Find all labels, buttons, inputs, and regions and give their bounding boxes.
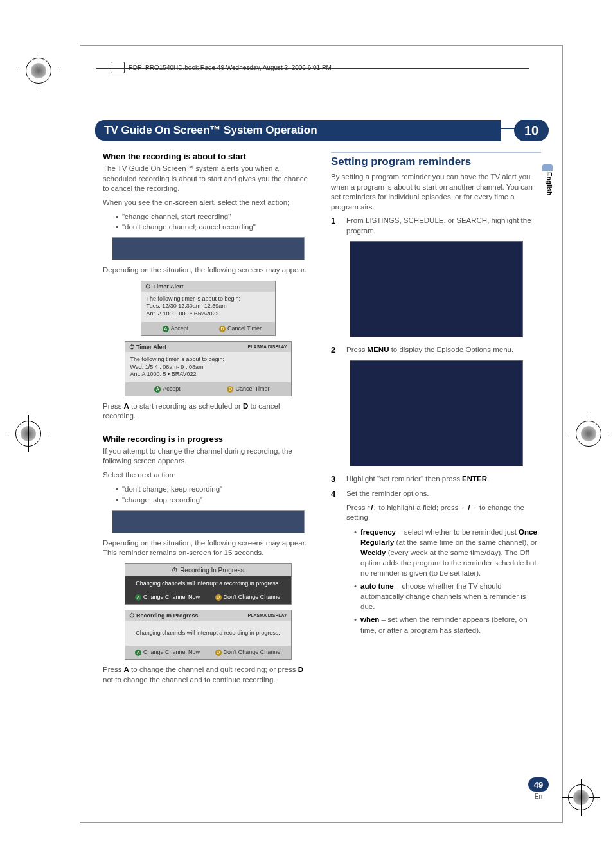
page-footer: 49 En: [528, 777, 549, 800]
dialog-body: The following timer is about to begin: W…: [125, 352, 291, 382]
paragraph: When you see the on-screen alert, select…: [103, 198, 313, 208]
registration-mark: [568, 784, 594, 810]
dialog-title: ⏱ Recording In Progress: [125, 564, 291, 576]
option-frequency: frequency – select whether to be reminde…: [354, 527, 541, 578]
bullet: "don't change; keep recording": [116, 484, 313, 494]
step-3: 3 Highlight "set reminder" then press EN…: [331, 474, 541, 484]
screenshot-listings: [350, 241, 523, 337]
dialog-buttons: Change Channel Now Don't Change Channel: [125, 590, 291, 604]
step-text: Highlight "set reminder" then press ENTE…: [346, 474, 541, 484]
left-column: When the recording is about to start The…: [103, 152, 313, 689]
chapter-header: TV Guide On Screen™ System Operation 10: [95, 120, 549, 141]
step-number: 1: [331, 216, 340, 236]
dialog-title: ⏱ Timer Alert PLASMA DISPLAY: [125, 342, 291, 352]
chapter-number: 10: [514, 120, 549, 141]
section-heading: While recording is in progress: [103, 434, 313, 444]
dialog-body: The following timer is about to begin: T…: [141, 292, 275, 322]
paragraph: Press A to start recording as scheduled …: [103, 402, 313, 421]
dialog-recording-progress-plasma: ⏱ Recording In Progress PLASMA DISPLAY C…: [125, 610, 292, 660]
step-number: 3: [331, 474, 340, 484]
registration-mark: [15, 421, 41, 447]
dialog-recording-progress: ⏱ Recording In Progress Changing channel…: [125, 563, 292, 605]
dialog-buttons: Change Channel Now Don't Change Channel: [125, 646, 291, 659]
page-number: 49: [528, 777, 549, 792]
step-2: 2 Press MENU to display the Episode Opti…: [331, 345, 541, 355]
dialog-timer-alert-plasma: ⏱ Timer Alert PLASMA DISPLAY The followi…: [125, 341, 292, 396]
arrow-leftright-icon: ←/→: [461, 504, 477, 511]
cancel-timer-button: Cancel Timer: [208, 384, 289, 394]
page-meta: PDP_PRO1540HD.book Page 49 Wednesday, Au…: [111, 62, 332, 73]
step-text: Set the reminder options. Press ↑/↓ to h…: [346, 489, 541, 637]
bullet: "don't change channel; cancel recording": [116, 222, 313, 232]
page-meta-text: PDP_PRO1540HD.book Page 49 Wednesday, Au…: [129, 64, 332, 71]
page-language: En: [528, 793, 549, 800]
dialog-timer-alert: ⏱ Timer Alert The following timer is abo…: [141, 281, 276, 336]
dialog-message: Changing channels will interrupt a recor…: [125, 621, 291, 646]
screenshot-recording-starting: [112, 237, 305, 260]
option-list: frequency – select whether to be reminde…: [354, 527, 541, 635]
dialog-title: ⏱ Recording In Progress PLASMA DISPLAY: [125, 610, 291, 621]
section-heading: Setting program reminders: [331, 155, 541, 168]
paragraph: The TV Guide On Screen™ system alerts yo…: [103, 164, 313, 194]
accept-button: Accept: [143, 324, 208, 333]
dont-change-button: Don't Change Channel: [208, 648, 289, 657]
step-text: From LISTINGS, SCHEDULE, or SEARCH, high…: [346, 216, 541, 236]
paragraph: Press A to change the channel and quit r…: [103, 665, 313, 685]
step-4: 4 Set the reminder options. Press ↑/↓ to…: [331, 489, 541, 637]
paragraph: Depending on the situation, the followin…: [103, 265, 313, 276]
right-column: Setting program reminders By setting a p…: [331, 152, 541, 689]
dialog-buttons: Accept Cancel Timer: [125, 382, 291, 396]
step-number: 2: [331, 345, 340, 355]
language-tab: English: [544, 172, 553, 195]
dialog-title: ⏱ Timer Alert: [141, 281, 275, 292]
screenshot-recording-in-progress: [112, 510, 305, 533]
bullet-list: "don't change; keep recording" "change; …: [116, 484, 313, 504]
section-rule: [331, 152, 541, 153]
change-channel-button: Change Channel Now: [127, 648, 208, 657]
paragraph: If you attempt to change the channel dur…: [103, 447, 313, 466]
option-auto-tune: auto tune – choose whether the TV should…: [354, 581, 541, 612]
paragraph: By setting a program reminder you can ha…: [331, 172, 541, 212]
bullet: "change channel, start recording": [116, 211, 313, 222]
arrow-updown-icon: ↑/↓: [368, 504, 377, 511]
bullet-list: "change channel, start recording" "don't…: [116, 211, 313, 232]
paragraph: Depending on the situation, the followin…: [103, 538, 313, 558]
step-1: 1 From LISTINGS, SCHEDULE, or SEARCH, hi…: [331, 216, 541, 236]
registration-mark: [576, 421, 601, 447]
cancel-timer-button: Cancel Timer: [208, 324, 273, 333]
accept-button: Accept: [127, 384, 208, 394]
dialog-message: Changing channels will interrupt a recor…: [125, 576, 291, 590]
step-text: Press MENU to display the Episode Option…: [346, 345, 541, 355]
section-heading: When the recording is about to start: [103, 152, 313, 161]
chapter-title: TV Guide On Screen™ System Operation: [95, 120, 501, 141]
paragraph: Select the next action:: [103, 470, 313, 481]
registration-mark: [26, 58, 51, 84]
option-when: when – set when the reminder appears (be…: [354, 614, 541, 635]
bullet: "change; stop recording": [116, 495, 313, 505]
step-number: 4: [331, 489, 340, 637]
screenshot-episode-options: [350, 360, 523, 466]
dialog-buttons: Accept Cancel Timer: [141, 322, 275, 335]
change-channel-button: Change Channel Now: [127, 592, 208, 602]
dont-change-button: Don't Change Channel: [208, 592, 289, 602]
